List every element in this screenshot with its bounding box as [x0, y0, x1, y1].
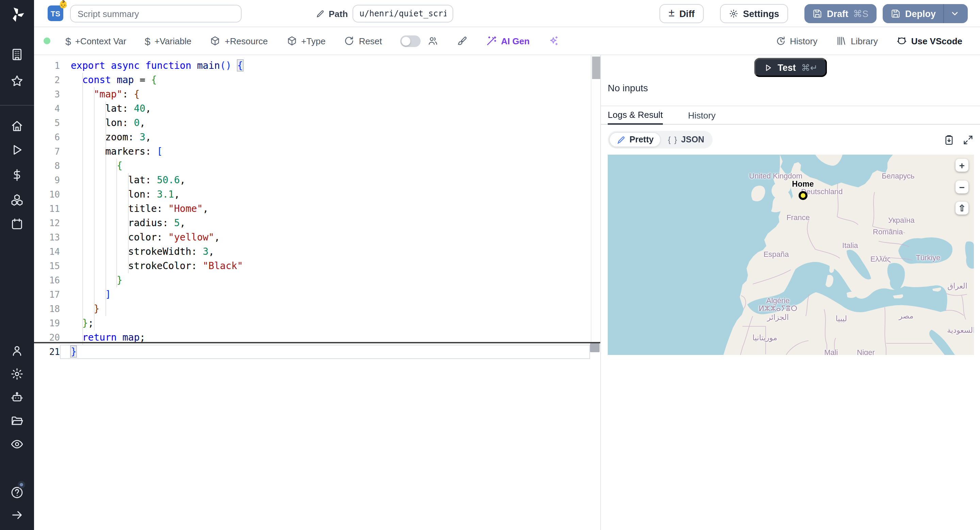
pretty-toggle[interactable]: Pretty: [609, 132, 661, 147]
add-context-var-button[interactable]: $ +Context Var: [65, 36, 126, 46]
json-toggle[interactable]: { } JSON: [661, 132, 711, 147]
topbar-actions: ± Diff Settings Draft ⌘S Deploy: [660, 4, 968, 23]
pen-icon: [617, 135, 626, 144]
zoom-in-button[interactable]: +: [956, 159, 969, 172]
home-icon[interactable]: [10, 119, 24, 133]
package-icon: [286, 35, 297, 46]
recenter-button[interactable]: ⇧: [956, 202, 969, 215]
draft-button[interactable]: Draft ⌘S: [804, 4, 877, 23]
user-icon[interactable]: [10, 344, 24, 358]
add-variable-button[interactable]: $ +Variable: [145, 36, 191, 46]
path-label: Path: [316, 8, 348, 19]
code-line[interactable]: 21}: [34, 345, 590, 359]
code-line[interactable]: 13 color: "yellow",: [34, 230, 590, 244]
braces-icon: { }: [668, 135, 678, 144]
map-label: România: [873, 228, 903, 236]
result-view-toggle: Pretty { } JSON: [608, 131, 713, 148]
path-input[interactable]: [353, 5, 453, 22]
tab-logs-result[interactable]: Logs & Result: [608, 106, 663, 125]
zoom-out-button[interactable]: −: [956, 180, 969, 193]
add-resource-button[interactable]: +Resource: [210, 35, 268, 46]
package-icon: [210, 35, 221, 46]
panel-splitter[interactable]: [34, 342, 600, 343]
code-line[interactable]: 8 {: [34, 159, 590, 173]
deploy-separator: [943, 4, 944, 23]
map-label: Algérie: [766, 296, 790, 305]
eye-icon[interactable]: [10, 437, 24, 451]
diff-button[interactable]: ± Diff: [660, 4, 704, 23]
code-lines: 1export async function main() {2 const m…: [34, 59, 590, 359]
result-map[interactable]: United KingdomБеларусьHomeDeutschlandFra…: [608, 155, 974, 355]
test-shortcut: ⌘↵: [801, 62, 818, 73]
ai-sparkles-button[interactable]: [548, 35, 559, 46]
code-line[interactable]: 3 "map": {: [34, 87, 590, 102]
dollar-icon: $: [145, 36, 150, 46]
code-line[interactable]: 17 ]: [34, 287, 590, 302]
code-line[interactable]: 6 zoom: 3,: [34, 130, 590, 144]
star-icon[interactable]: [10, 74, 24, 88]
code-line[interactable]: 16 }: [34, 273, 590, 287]
add-type-button[interactable]: +Type: [286, 35, 326, 46]
map-label: Беларусь: [882, 172, 914, 180]
code-line[interactable]: 4 lat: 40,: [34, 102, 590, 116]
history-button[interactable]: History: [775, 35, 817, 46]
line-number: 5: [34, 116, 60, 130]
sidebar: [0, 0, 34, 530]
robot-icon[interactable]: [10, 390, 24, 404]
code-line[interactable]: 14 strokeWidth: 3,: [34, 244, 590, 259]
windmill-logo[interactable]: [8, 6, 26, 24]
deploy-button[interactable]: Deploy: [883, 4, 968, 23]
tab-history[interactable]: History: [688, 106, 716, 125]
help-notification-dot: [18, 481, 25, 488]
line-number: 10: [34, 187, 60, 202]
multiplayer-users-button[interactable]: [428, 35, 439, 46]
code-editor[interactable]: 1export async function main() {2 const m…: [34, 55, 600, 530]
code-line[interactable]: 2 const map = {: [34, 73, 590, 87]
code-line[interactable]: 12 radius: 5,: [34, 216, 590, 230]
gear-icon[interactable]: [10, 367, 24, 381]
calendar-icon[interactable]: [10, 217, 24, 231]
draft-shortcut: ⌘S: [853, 8, 869, 19]
code-line[interactable]: 9 lat: 50.6,: [34, 173, 590, 187]
editor-scrollbar[interactable]: [591, 55, 600, 342]
code-line[interactable]: 10 lon: 3.1,: [34, 187, 590, 202]
code-line[interactable]: 7 markers: [: [34, 144, 590, 159]
code-line[interactable]: 15 strokeColor: "Black": [34, 259, 590, 273]
line-number: 13: [34, 230, 60, 244]
code-line[interactable]: 1export async function main() {: [34, 59, 590, 73]
boxes-icon[interactable]: [10, 193, 24, 206]
badge-emoji: 👶: [59, 1, 68, 8]
map-label: العراق: [947, 282, 967, 291]
library-button[interactable]: Library: [836, 35, 878, 46]
map-marker-home[interactable]: [799, 191, 808, 200]
copy-clipboard-icon[interactable]: [943, 134, 955, 145]
code-line[interactable]: 11 title: "Home",: [34, 202, 590, 216]
dollar-icon: $: [65, 36, 71, 46]
summary-input[interactable]: [70, 5, 242, 22]
folder-icon[interactable]: [10, 414, 24, 428]
code-line[interactable]: 5 lon: 0,: [34, 116, 590, 130]
test-button[interactable]: Test ⌘↵: [754, 58, 827, 77]
arrow-right-icon[interactable]: [10, 508, 24, 522]
result-header-icons: [943, 134, 974, 145]
expand-icon[interactable]: [962, 134, 974, 145]
play-icon[interactable]: [10, 143, 24, 157]
splitter-handle[interactable]: [590, 343, 600, 352]
code-line[interactable]: 19 };: [34, 316, 590, 330]
map-label: España: [764, 250, 789, 258]
scrollbar-thumb[interactable]: [592, 57, 600, 79]
reset-button[interactable]: Reset: [344, 35, 382, 46]
building-icon[interactable]: [10, 48, 24, 61]
format-code-button[interactable]: [457, 35, 468, 46]
run-panel: Test ⌘↵ No inputs Logs & Result History …: [601, 55, 980, 530]
code-line[interactable]: 18 }: [34, 302, 590, 316]
dollar-icon[interactable]: [10, 168, 24, 182]
ai-gen-button[interactable]: AI Gen: [486, 35, 530, 46]
wand-sparkles-icon: [486, 35, 497, 46]
multiplayer-toggle[interactable]: [401, 35, 421, 47]
map-label: الجزائر: [767, 313, 789, 322]
use-vscode-button[interactable]: Use VScode: [896, 35, 962, 46]
pencil-icon: [316, 9, 325, 18]
settings-button[interactable]: Settings: [720, 4, 788, 23]
line-number: 15: [34, 259, 60, 273]
